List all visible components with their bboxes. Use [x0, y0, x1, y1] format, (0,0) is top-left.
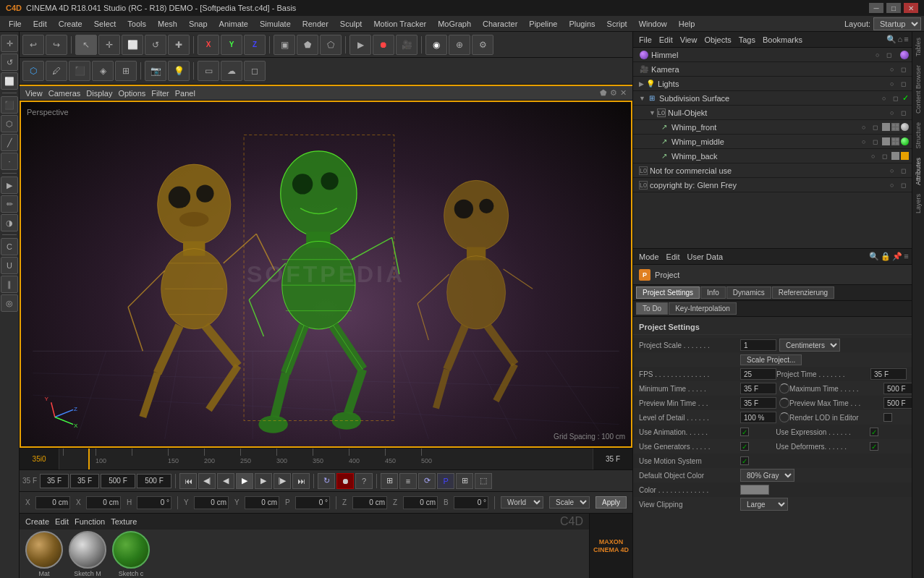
om-flag-k2[interactable]: ◻: [899, 64, 909, 75]
timeline-area[interactable]: 35i0 100 150 200 250: [20, 448, 632, 469]
tb-env[interactable]: ◻: [244, 61, 266, 81]
menu-simulate[interactable]: Simulate: [254, 18, 297, 30]
om-flag-l1[interactable]: ○: [887, 79, 897, 89]
tb-transform[interactable]: ✚: [168, 35, 190, 55]
vp-view[interactable]: View: [25, 89, 43, 98]
am-subtab-todo[interactable]: To Do: [636, 302, 668, 315]
am-dropdown-viewclipping[interactable]: Large Medium Small: [740, 498, 788, 511]
tb-x-axis[interactable]: X: [198, 35, 219, 55]
vp-close[interactable]: ✕: [620, 88, 627, 98]
om-row-whimp-front[interactable]: ↗ Whimp_front ○ ◻: [633, 120, 912, 135]
tool-knife[interactable]: ∥: [1, 276, 18, 293]
mat-menu-create[interactable]: Create: [25, 517, 49, 526]
am-menu-edit[interactable]: Edit: [664, 252, 683, 261]
tb-undo[interactable]: ↩: [22, 35, 44, 55]
tb-lamp[interactable]: 💡: [168, 61, 190, 81]
tb-texture[interactable]: ⬛: [69, 61, 90, 81]
tb-mat[interactable]: ◈: [92, 61, 114, 81]
om-arrow-null[interactable]: ▼: [649, 109, 656, 116]
coord-x2-input[interactable]: [86, 496, 121, 509]
pb-question[interactable]: ?: [355, 473, 373, 489]
title-bar-controls[interactable]: ─ □ ✕: [869, 3, 918, 13]
tb-redo[interactable]: ↪: [46, 35, 67, 55]
am-tab-dynamics[interactable]: Dynamics: [726, 286, 771, 299]
vp-options[interactable]: Options: [118, 89, 145, 98]
pb-next-frame[interactable]: ▶: [255, 473, 272, 489]
coord-z-input[interactable]: [352, 496, 387, 509]
mat-item-sketch1[interactable]: Sketch M: [69, 531, 106, 577]
om-flag-2[interactable]: ◻: [884, 50, 894, 60]
mat-item-sketch2[interactable]: Sketch c: [112, 531, 150, 577]
am-menu-mode[interactable]: Mode: [636, 252, 662, 261]
menu-mograph[interactable]: MoGraph: [432, 18, 477, 30]
layout-dropdown[interactable]: Startup: [873, 17, 921, 30]
om-row-kamera[interactable]: 🎥 Kamera ○ ◻: [633, 62, 912, 77]
pb-keys[interactable]: ⊞: [381, 473, 398, 489]
om-row-null[interactable]: ▼ L0 Null-Objekt ○ ◻: [633, 106, 912, 120]
coord-p-input[interactable]: [295, 496, 330, 509]
am-input-fps[interactable]: [740, 368, 776, 380]
material-ball-mat[interactable]: [25, 531, 63, 569]
om-row-copyright[interactable]: L0 copyright by: Glenn Frey ○ ◻: [633, 178, 912, 192]
tb-object[interactable]: ▣: [274, 35, 295, 55]
tool-edge[interactable]: ╱: [1, 134, 18, 151]
pb-go-start[interactable]: ⏮: [179, 473, 197, 489]
pb-loop[interactable]: ↻: [318, 473, 335, 489]
om-arrow-subdivision[interactable]: ▼: [639, 95, 645, 102]
pb-layers[interactable]: ≡: [399, 473, 417, 489]
mat-menu-edit[interactable]: Edit: [55, 517, 69, 526]
tool-point[interactable]: ·: [1, 153, 18, 170]
tb-render-active[interactable]: ◉: [425, 35, 447, 55]
rs-tab-layers[interactable]: Layers: [913, 191, 923, 216]
menu-render[interactable]: Render: [297, 18, 334, 30]
am-checkbox-usedeformers[interactable]: ✓: [870, 442, 878, 451]
om-menu-objects[interactable]: Objects: [701, 35, 734, 44]
om-search[interactable]: 🔍: [886, 35, 897, 44]
mat-menu-texture[interactable]: Texture: [111, 517, 137, 526]
am-checkbox-useexpression[interactable]: ✓: [870, 428, 878, 436]
mat-item-mat[interactable]: Mat: [25, 531, 63, 577]
scale-dropdown[interactable]: Scale Size: [549, 496, 590, 509]
om-flag-wm2[interactable]: ◻: [870, 137, 881, 147]
om-flag-wf1[interactable]: ○: [859, 122, 869, 132]
pb-grid[interactable]: ⊞: [456, 473, 473, 489]
coord-y-input[interactable]: [194, 496, 229, 509]
vp-cameras[interactable]: Cameras: [48, 89, 81, 98]
pb-prev-frame[interactable]: ◀: [217, 473, 234, 489]
min-frame-input[interactable]: [137, 474, 171, 488]
material-ball-sketch1[interactable]: [69, 531, 106, 569]
coord-y2-input[interactable]: [245, 496, 279, 509]
om-menu-edit[interactable]: Edit: [656, 35, 676, 44]
tb-sky[interactable]: ☁: [221, 61, 242, 81]
om-flag-wf2[interactable]: ◻: [870, 122, 881, 132]
minimize-button[interactable]: ─: [869, 3, 883, 13]
om-settings[interactable]: ≡: [904, 35, 908, 44]
om-menu-bookmarks[interactable]: Bookmarks: [760, 35, 805, 44]
menu-pipeline[interactable]: Pipeline: [523, 18, 563, 30]
coord-b-input[interactable]: [454, 496, 488, 509]
am-settings2[interactable]: ≡: [904, 252, 908, 261]
tb-move[interactable]: ✛: [98, 35, 120, 55]
am-spinner-lod[interactable]: [779, 412, 789, 422]
tb-cam-render[interactable]: 📷: [145, 61, 166, 81]
om-row-whimp-back[interactable]: ↗ Whimp_back ○ ◻: [633, 149, 912, 163]
tool-paint[interactable]: ✏: [1, 195, 18, 213]
pb-play[interactable]: ▶: [236, 473, 253, 489]
tb-bodypaint[interactable]: ⊞: [115, 61, 137, 81]
tool-snap-c[interactable]: C: [1, 238, 18, 255]
om-flag-wb1[interactable]: ○: [868, 151, 878, 161]
om-row-himmel[interactable]: Himmel ○ ◻: [633, 48, 912, 62]
tb-camera[interactable]: 🎥: [396, 35, 418, 55]
rs-tab-structure[interactable]: Structure: [913, 119, 923, 152]
am-pin[interactable]: 📌: [892, 252, 902, 261]
coord-z2-input[interactable]: [403, 496, 438, 509]
tb-play[interactable]: ▶: [349, 35, 371, 55]
pb-motion[interactable]: ⟳: [418, 473, 436, 489]
mat-menu-function[interactable]: Function: [75, 517, 105, 526]
tool-polygon[interactable]: ⬡: [1, 115, 18, 132]
rs-tab-attributes[interactable]: Attributes: [913, 155, 923, 188]
am-input-prevmax[interactable]: [883, 397, 912, 409]
pb-prev-key[interactable]: ◀|: [198, 473, 216, 489]
menu-plugins[interactable]: Plugins: [563, 18, 601, 30]
om-row-whimp-middle[interactable]: ↗ Whimp_middle ○ ◻: [633, 135, 912, 149]
